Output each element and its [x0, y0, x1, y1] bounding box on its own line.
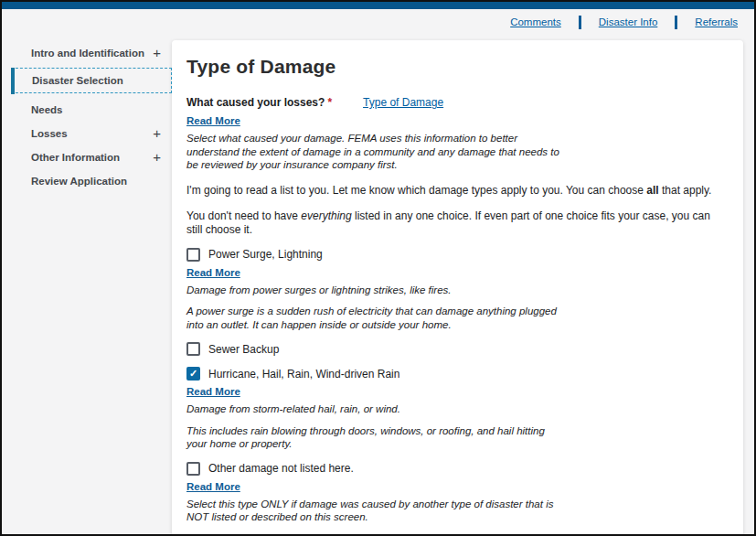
checkbox-label[interactable]: Sewer Backup [208, 343, 279, 356]
intro-paragraph-1: I'm going to read a list to you. Let me … [186, 184, 729, 198]
sidebar-nav: Intro and Identification + Disaster Sele… [11, 35, 172, 194]
link-separator [675, 16, 677, 29]
checkbox-unchecked[interactable] [186, 462, 200, 476]
plus-icon[interactable]: + [153, 153, 161, 162]
checkbox-row[interactable]: Power Surge, Lightning [186, 248, 729, 262]
sidebar-item-other-information[interactable]: Other Information + [11, 146, 172, 168]
question-label: What caused your losses? [186, 96, 325, 109]
referrals-link[interactable]: Referrals [695, 16, 738, 27]
question-row: What caused your losses? * Type of Damag… [186, 96, 729, 109]
desc-line: This includes rain blowing through doors… [186, 424, 729, 438]
form-card: Type of Damage What caused your losses? … [172, 40, 743, 536]
comments-link[interactable]: Comments [510, 16, 561, 27]
application-window: Comments Disaster Info Referrals Intro a… [0, 0, 756, 536]
plus-icon[interactable]: + [153, 48, 161, 58]
checkbox-label[interactable]: Hurricane, Hail, Rain, Wind-driven Rain [208, 368, 399, 381]
sidebar-item-needs[interactable]: Needs [11, 99, 172, 121]
intro-paragraph-2: You don't need to have everything listed… [186, 209, 729, 237]
desc-line: NOT listed or described on this screen. [186, 510, 729, 524]
help-line: Select what caused your damage. FEMA use… [186, 132, 729, 145]
checkbox-unchecked[interactable] [186, 248, 200, 262]
option-hurricane-hail-rain: ✓ Hurricane, Hail, Rain, Wind-driven Rai… [186, 367, 729, 451]
option-sewer-backup: Sewer Backup [186, 342, 729, 356]
checkbox-unchecked[interactable] [186, 342, 200, 356]
sidebar-item-label: Disaster Selection [32, 75, 123, 86]
sidebar-item-review-application[interactable]: Review Application [11, 170, 172, 192]
checkbox-label[interactable]: Other damage not listed here. [208, 462, 354, 475]
page-title: Type of Damage [186, 56, 729, 78]
text-run: that apply. [659, 184, 712, 197]
desc-line: your home or property. [186, 437, 729, 451]
spacer [186, 296, 729, 305]
checkbox-row[interactable]: ✓ Hurricane, Hail, Rain, Wind-driven Rai… [186, 367, 729, 381]
required-asterisk: * [327, 96, 332, 109]
sidebar-item-losses[interactable]: Losses + [11, 123, 172, 145]
text-run-italic: everything [301, 209, 351, 222]
read-more-link[interactable]: Read More [186, 267, 240, 278]
damage-type-options: Power Surge, Lightning Read More Damage … [186, 248, 729, 524]
plus-icon[interactable]: + [153, 129, 161, 138]
checkbox-checked[interactable]: ✓ [186, 367, 200, 381]
spacer [186, 416, 729, 424]
option-other-damage: Other damage not listed here. Read More … [186, 462, 729, 524]
link-separator [579, 16, 581, 29]
checkbox-row[interactable]: Sewer Backup [186, 342, 729, 356]
option-power-surge-lightning: Power Surge, Lightning Read More Damage … [186, 248, 729, 332]
sidebar-item-label: Intro and Identification [31, 48, 144, 59]
checkbox-label[interactable]: Power Surge, Lightning [208, 248, 323, 261]
read-more-link[interactable]: Read More [186, 481, 240, 492]
option-description: Damage from power surges or lightning st… [186, 284, 729, 332]
text-run-bold: all [646, 184, 658, 197]
read-more-link[interactable]: Read More [186, 386, 240, 397]
disaster-info-link[interactable]: Disaster Info [599, 16, 658, 27]
sidebar-item-label: Other Information [31, 152, 120, 163]
sidebar-item-label: Needs [31, 104, 63, 115]
option-description: Select this type ONLY if damage was caus… [186, 498, 729, 524]
question-help-text: Select what caused your damage. FEMA use… [186, 132, 729, 172]
header-link-bar: Comments Disaster Info Referrals [2, 9, 754, 35]
desc-line: into an outlet. It can happen inside or … [186, 318, 729, 332]
read-more-link[interactable]: Read More [186, 115, 240, 126]
desc-line: A power surge is a sudden rush of electr… [186, 305, 729, 318]
help-line: be reviewed by your insurance company fi… [186, 158, 729, 172]
help-line: understand the extent of damage in a com… [186, 145, 729, 159]
type-of-damage-link[interactable]: Type of Damage [363, 96, 443, 109]
option-description: Damage from storm-related hail, rain, or… [186, 402, 729, 451]
top-accent-bar [2, 2, 754, 9]
content-area: Intro and Identification + Disaster Sele… [2, 35, 754, 536]
sidebar-item-label: Losses [31, 128, 68, 139]
desc-line: Damage from storm-related hail, rain, or… [186, 402, 729, 416]
desc-line: Damage from power surges or lightning st… [186, 284, 729, 297]
desc-line: Select this type ONLY if damage was caus… [186, 498, 729, 511]
checkmark-icon: ✓ [189, 369, 197, 379]
main-column: Type of Damage What caused your losses? … [172, 35, 743, 536]
sidebar-item-intro-and-identification[interactable]: Intro and Identification + [11, 42, 172, 64]
sidebar-item-label: Review Application [31, 176, 127, 187]
text-run: I'm going to read a list to you. Let me … [186, 184, 646, 197]
checkbox-row[interactable]: Other damage not listed here. [186, 462, 729, 476]
text-run: You don't need to have [186, 209, 301, 222]
sidebar-item-disaster-selection[interactable]: Disaster Selection [11, 68, 172, 93]
